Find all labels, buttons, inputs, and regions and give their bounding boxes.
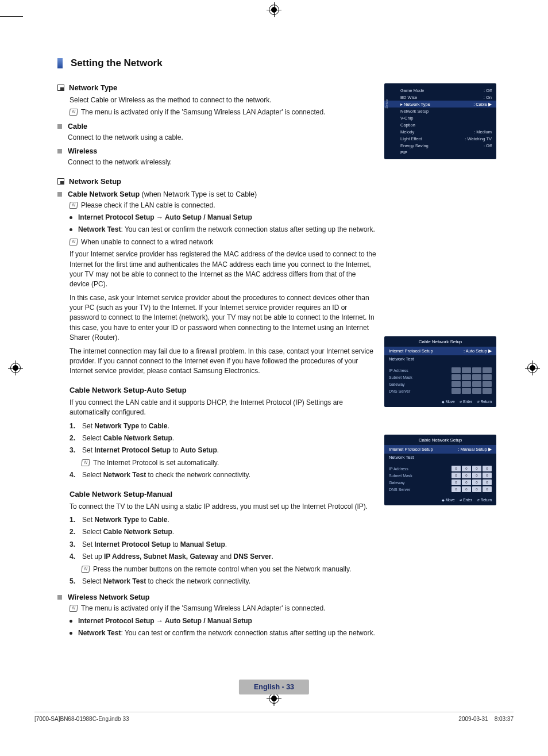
osd-menu-row: Network Setup bbox=[384, 108, 496, 114]
step-num: 1. bbox=[70, 421, 78, 431]
osd-title: Cable Network Setup bbox=[384, 435, 496, 445]
step-2: 2.Select Cable Network Setup. bbox=[70, 527, 496, 537]
osd-menu-row: ▸ Network Type: Cable ▶ bbox=[384, 101, 496, 108]
step-3: 3.Set Internet Protocol Setup to Auto Se… bbox=[70, 446, 376, 455]
osd-menu-row: Light Effect: Watching TV bbox=[384, 135, 496, 142]
sub-title: Cable Network Setup (when Network Type i… bbox=[68, 190, 257, 198]
sub-title: Cable bbox=[68, 122, 87, 131]
osd-sel-left: Internet Protocol Setup bbox=[389, 447, 433, 452]
bullet-item: Internet Protocol Setup → Auto Setup / M… bbox=[70, 213, 376, 222]
osd-setup-menu: Setup Game Mode: OffBD Wise: On▸ Network… bbox=[384, 83, 496, 159]
registration-mark-top bbox=[269, 5, 279, 15]
note-row: NPress the number buttons on the remote … bbox=[82, 565, 496, 574]
sub-wireless-network-setup: Wireless Network Setup bbox=[57, 593, 496, 601]
osd-menu-row: Energy Saving: Off bbox=[384, 142, 496, 149]
sub-cable: Cable bbox=[57, 122, 376, 131]
step-2: 2.Select Cable Network Setup. bbox=[70, 433, 376, 443]
bullet-text: Network Test: You can test or confirm th… bbox=[78, 225, 375, 235]
bullet-outline-icon bbox=[57, 85, 64, 91]
osd-footer: Move Enter Return bbox=[384, 397, 496, 407]
arrow-right-icon: ▶ bbox=[488, 447, 492, 452]
note-text: The menu is activated only if the 'Samsu… bbox=[81, 604, 325, 613]
osd-menu-row: Game Mode: Off bbox=[384, 87, 496, 94]
bullet-text: Internet Protocol Setup → Auto Setup / M… bbox=[78, 213, 252, 222]
osd-sel-right: : Auto Setup bbox=[464, 348, 487, 354]
step-num: 3. bbox=[70, 540, 78, 550]
step-text: Set up IP Address, Subnet Mask, Gateway … bbox=[82, 552, 496, 562]
registration-mark-left bbox=[10, 363, 21, 373]
note-row: N The menu is activated only if the 'Sam… bbox=[70, 108, 376, 117]
osd-footer: Move Enter Return bbox=[384, 496, 496, 505]
step-1: 1.Set Network Type to Cable. bbox=[70, 515, 376, 525]
bullet-dot-icon bbox=[70, 632, 72, 635]
bullet-dot-icon bbox=[70, 216, 72, 219]
sub-wireless: Wireless bbox=[57, 147, 376, 155]
step-text: Select Network Test to check the network… bbox=[82, 577, 496, 586]
bullet-item: Internet Protocol Setup → Auto Setup / M… bbox=[70, 616, 496, 626]
note-row: NThe menu is activated only if the 'Sams… bbox=[70, 604, 496, 613]
osd-menu-row: BD Wise: On bbox=[384, 94, 496, 101]
section-network-setup: Network Setup bbox=[57, 177, 376, 186]
osd-ip-grid: IP AddressSubnet MaskGatewayDNS Server bbox=[384, 363, 496, 397]
bullet-dot-icon bbox=[70, 620, 72, 623]
note-icon: N bbox=[69, 239, 78, 245]
bullet-dot-icon bbox=[70, 228, 72, 231]
sub-title: Wireless bbox=[68, 147, 97, 155]
step-text: Set Network Type to Cable. bbox=[82, 421, 376, 431]
step-1: 1.Set Network Type to Cable. bbox=[70, 421, 376, 431]
step-num: 3. bbox=[70, 446, 78, 455]
osd-enter: Enter bbox=[460, 400, 472, 404]
arrow-right-icon: ▶ bbox=[488, 348, 492, 354]
osd-title: Cable Network Setup bbox=[384, 336, 496, 347]
bullet-square-icon bbox=[57, 149, 62, 153]
osd-network-test: Network Test bbox=[384, 454, 496, 461]
osd-enter: Enter bbox=[460, 498, 472, 502]
step-text: Set Internet Protocol Setup to Manual Se… bbox=[82, 540, 496, 550]
page: Setting the Network Setup Game Mode: Off… bbox=[0, 0, 548, 736]
note-row: N Please check if the LAN cable is conne… bbox=[70, 201, 376, 210]
note-icon: N bbox=[69, 605, 78, 612]
section-title: Network Setup bbox=[69, 177, 121, 186]
note-text: The menu is activated only if the 'Samsu… bbox=[81, 108, 325, 117]
page-number-badge: English - 33 bbox=[239, 680, 309, 694]
note-text: Please check if the LAN cable is connect… bbox=[81, 201, 215, 210]
osd-sel-row: Internet Protocol Setup : Manual Setup ▶ bbox=[384, 445, 496, 454]
bullet-square-icon bbox=[57, 595, 62, 600]
osd-ip-grid: IP Address0000Subnet Mask0000Gateway0000… bbox=[384, 461, 496, 496]
note-text: The Internet Protocol is set automatical… bbox=[93, 458, 219, 468]
sub-title: Wireless Network Setup bbox=[68, 593, 149, 601]
osd-return: Return bbox=[477, 400, 492, 404]
step-num: 1. bbox=[70, 515, 78, 525]
note-row: NThe Internet Protocol is set automatica… bbox=[82, 458, 376, 468]
osd-manual-setup: Cable Network Setup Internet Protocol Se… bbox=[384, 435, 496, 505]
note-row: N When unable to connect to a wired netw… bbox=[70, 237, 376, 247]
osd-network-test: Network Test bbox=[384, 355, 496, 363]
note-icon: N bbox=[81, 566, 90, 573]
note-icon: N bbox=[81, 459, 90, 466]
note-text: When unable to connect to a wired networ… bbox=[81, 237, 213, 247]
footer-left: [7000-SA]BN68-01988C-Eng.indb 33 bbox=[34, 716, 129, 722]
step-text: Set Network Type to Cable. bbox=[82, 515, 376, 525]
step-3: 3.Set Internet Protocol Setup to Manual … bbox=[70, 540, 496, 550]
step-num: 5. bbox=[70, 577, 78, 586]
section-network-type: Network Type bbox=[57, 83, 376, 92]
content: Setting the Network Setup Game Mode: Off… bbox=[57, 57, 496, 638]
footer-right: 2009-03-31 8:03:37 bbox=[458, 716, 514, 722]
osd-menu-row: Melody: Medium bbox=[384, 128, 496, 135]
osd-sel-left: Internet Protocol Setup bbox=[389, 348, 433, 354]
step-5: 5.Select Network Test to check the netwo… bbox=[70, 577, 496, 586]
bullet-text: Network Test: You can test or confirm th… bbox=[78, 628, 375, 638]
osd-column: Setup Game Mode: OffBD Wise: On▸ Network… bbox=[384, 83, 496, 516]
osd-sel-right: : Manual Setup bbox=[458, 447, 487, 452]
bullet-item: Network Test: You can test or confirm th… bbox=[70, 628, 496, 638]
note-text: Press the number buttons on the remote c… bbox=[93, 565, 351, 574]
heading-bar bbox=[57, 58, 63, 68]
step-num: 2. bbox=[70, 433, 78, 443]
osd-side-label: Setup bbox=[385, 99, 388, 109]
sub-cable-network-setup: Cable Network Setup (when Network Type i… bbox=[57, 190, 376, 198]
crop-mark bbox=[0, 16, 23, 17]
bullet-text: Internet Protocol Setup → Auto Setup / M… bbox=[78, 616, 252, 626]
step-num: 4. bbox=[70, 470, 78, 480]
note-icon: N bbox=[69, 109, 78, 116]
bullet-square-icon bbox=[57, 192, 62, 197]
